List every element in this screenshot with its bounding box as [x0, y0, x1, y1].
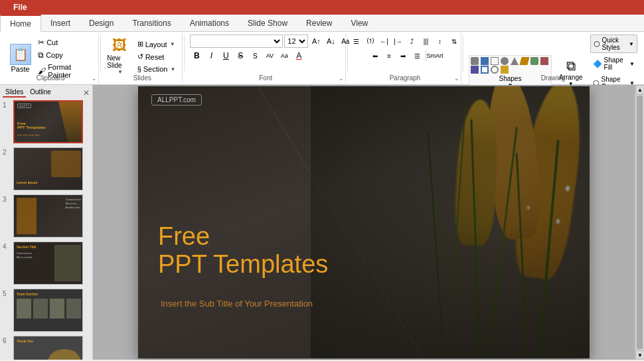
scroll-down-button[interactable]: ▼: [635, 350, 644, 360]
paste-button[interactable]: 📋 Paste: [7, 40, 34, 77]
font-color-button[interactable]: A: [292, 49, 305, 62]
copy-icon: ⧉: [38, 50, 44, 60]
text-direction-button[interactable]: ⇅: [447, 35, 461, 48]
tab-slideshow[interactable]: Slide Show: [238, 15, 297, 31]
change-case-button[interactable]: Aa: [278, 49, 291, 62]
clipboard-right: ✂ Cut ⧉ Copy 🖌 Format Painter: [35, 36, 94, 80]
text-shadow-button[interactable]: S: [248, 49, 262, 62]
slide-thumb-2[interactable]: 2 Lorem Ipsum: [3, 147, 90, 190]
slide-preview-1: ALLPPT FreePPT Templates Insert the Sub …: [13, 100, 83, 143]
tab-transitions[interactable]: Transitions: [123, 15, 180, 31]
slide-num-2: 2: [3, 149, 11, 156]
tab-animations[interactable]: Animations: [181, 15, 238, 31]
slide-subtitle[interactable]: Insert the Sub Title of Your Presentatio…: [161, 299, 313, 309]
slide-thumb-5[interactable]: 5 Team Section: [3, 289, 90, 332]
drawing-group: Shapes ▼ ⧉ Arrange ▼ ⬡ Quick Styles ▼ 🔷 …: [465, 33, 641, 83]
slide-thumb-6[interactable]: 6 Thank You: [3, 336, 90, 360]
para-row-2: ⬅ ≡ ➡ ☰ SmArt: [368, 49, 442, 62]
tab-home[interactable]: Home: [0, 15, 41, 32]
align-left-button[interactable]: ⬅: [368, 49, 382, 62]
align-right-button[interactable]: ➡: [396, 49, 410, 62]
new-slide-icon: 🖼: [112, 37, 127, 54]
slide-title[interactable]: Free PPT Templates: [158, 223, 328, 279]
divider-4: [463, 36, 463, 71]
slide2-title-thumb: Lorem Ipsum: [17, 180, 37, 184]
cut-label: Cut: [46, 38, 58, 46]
scissors-icon: ✂: [38, 38, 44, 47]
outline-tab[interactable]: Outline: [27, 88, 54, 98]
slide-thumb-1[interactable]: 1 ALLPPT FreePPT Templates Insert the Su…: [3, 100, 90, 143]
justify-button[interactable]: ☰: [410, 49, 424, 62]
quick-styles-button[interactable]: ⬡ Quick Styles ▼: [590, 35, 637, 53]
strikethrough-button[interactable]: S: [234, 49, 247, 62]
slide-preview-2: Lorem Ipsum: [13, 147, 83, 190]
allppt-badge-thumb: ALLPPT: [17, 104, 31, 108]
copy-button[interactable]: ⧉ Copy: [35, 49, 94, 61]
dewdrop-2: [556, 219, 560, 224]
clipboard-expand-icon[interactable]: ⌄: [92, 75, 97, 82]
new-slide-button[interactable]: 🖼 New Slide ▼: [106, 37, 133, 74]
slide-thumb-4[interactable]: 4 Section Title Content hereMore content: [3, 242, 90, 285]
paragraph-expand-icon[interactable]: ⌄: [454, 75, 459, 82]
allppt-badge: ALLPPT.com: [151, 94, 202, 106]
tab-insert[interactable]: Insert: [41, 15, 80, 31]
reset-icon: ↺: [137, 52, 143, 61]
bullets-button[interactable]: ☰: [350, 35, 363, 48]
tab-design[interactable]: Design: [80, 15, 123, 31]
shape-fill-dropdown[interactable]: ▼: [629, 61, 635, 67]
panel-close-button[interactable]: ✕: [83, 88, 90, 98]
smart-art-button[interactable]: ⤴: [406, 35, 419, 48]
cut-button[interactable]: ✂ Cut: [35, 36, 94, 48]
shape-item: [501, 66, 509, 74]
italic-button[interactable]: I: [204, 49, 218, 62]
tab-review[interactable]: Review: [297, 15, 341, 31]
quick-styles-dropdown[interactable]: ▼: [629, 41, 634, 47]
arrange-button[interactable]: ⧉ Arrange ▼: [554, 56, 588, 89]
numbering-button[interactable]: ⑴: [364, 35, 377, 48]
scroll-thumb[interactable]: [637, 96, 643, 349]
slides-tab[interactable]: Slides: [3, 88, 26, 98]
shape-item: [519, 57, 529, 65]
column-button[interactable]: |||: [420, 35, 433, 48]
main-slide[interactable]: ALLPPT.com Free PPT Templates Insert the…: [138, 86, 590, 358]
slide3-text-thumb: Content hereMore textAnother line: [66, 198, 81, 210]
align-center-button[interactable]: ≡: [382, 49, 396, 62]
paragraph-group-label: Paragraph: [349, 74, 461, 82]
paste-icon: 📋: [10, 44, 31, 65]
main-area: Slides Outline ✕ 1 ALLPPT FreePPT Templa…: [0, 85, 644, 360]
slide-num-1: 1: [3, 102, 11, 109]
shape-fill-button[interactable]: 🔷 Shape Fill ▼: [590, 55, 637, 72]
increase-indent-button[interactable]: |→: [392, 35, 405, 48]
underline-button[interactable]: U: [219, 49, 232, 62]
shape-item: [481, 66, 489, 74]
slide4-title-thumb: Section Title: [17, 245, 37, 249]
file-tab[interactable]: File: [5, 0, 35, 15]
reset-button[interactable]: ↺ Reset: [135, 51, 179, 62]
font-grow-button[interactable]: A↑: [309, 35, 323, 48]
bold-button[interactable]: B: [190, 49, 203, 62]
font-expand-icon[interactable]: ⌄: [339, 75, 344, 82]
font-row-1: 12 A↑ A↓ Aa: [190, 35, 352, 48]
slide-thumb-3[interactable]: 3 Content hereMore textAnother line: [3, 194, 90, 238]
slide-num-5: 5: [3, 290, 11, 297]
slide2-img-thumb: [51, 151, 81, 177]
slide-preview-6: Thank You: [13, 336, 83, 360]
font-family-select[interactable]: [190, 35, 283, 48]
convert-smartart-button[interactable]: SmArt: [428, 49, 442, 62]
line-spacing-button[interactable]: ↕: [434, 35, 447, 48]
font-size-select[interactable]: 12: [284, 35, 308, 48]
divider-1: [100, 36, 101, 71]
slide6-title-thumb: Thank You: [17, 339, 33, 343]
font-shrink-button[interactable]: A↓: [324, 35, 337, 48]
char-spacing-button[interactable]: AV: [263, 49, 276, 62]
paste-label: Paste: [11, 65, 30, 73]
layout-button[interactable]: ⊞ Layout ▼: [135, 38, 179, 50]
tab-view[interactable]: View: [341, 15, 377, 31]
slide-title-line1: Free: [158, 223, 328, 251]
font-group-label: Font: [186, 74, 345, 82]
section-button[interactable]: § Section ▼: [135, 64, 179, 74]
shape-item: [481, 57, 489, 65]
decrease-indent-button[interactable]: ←|: [378, 35, 391, 48]
copy-label: Copy: [46, 51, 63, 59]
slides-right: ⊞ Layout ▼ ↺ Reset § Section ▼: [135, 37, 179, 74]
